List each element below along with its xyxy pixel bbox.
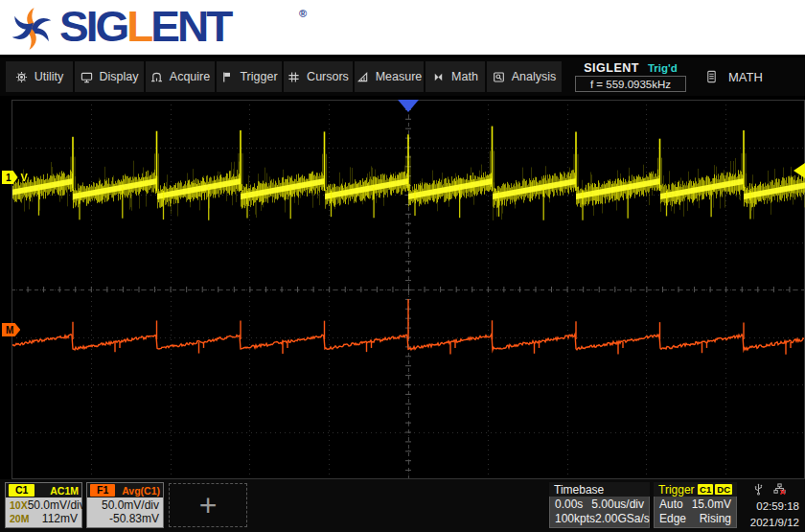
date-display: 2021/9/12	[750, 517, 799, 529]
channel1-tag[interactable]: 1	[2, 171, 18, 184]
crosshatch-icon	[288, 71, 300, 83]
menu-measure[interactable]: Measure	[355, 61, 424, 92]
math-offset-marker[interactable]: M	[2, 323, 20, 336]
monitor-icon	[80, 71, 93, 83]
trigger-coupling-badge: DC	[715, 484, 732, 495]
wordmark-part2: ENT	[150, 3, 230, 51]
siglent-small-logo: SIGLENT	[584, 61, 639, 75]
c1-probe-label: 10X	[10, 499, 28, 512]
brand-banner: SIGLENT ®	[0, 0, 805, 58]
clock-panel: 02:59:18 2021/9/12	[738, 482, 801, 530]
plus-icon: +	[199, 491, 218, 520]
wordmark-orange-l: L	[126, 3, 150, 51]
lan-disconnected-icon	[773, 483, 786, 496]
flag-icon	[220, 71, 233, 83]
f1-function-label: Avg(C1)	[122, 485, 160, 497]
top-menu-bar: Utility Display Acquire Trigger Cursors …	[0, 58, 805, 96]
trigger-slope: Rising	[700, 513, 731, 525]
menu-trigger[interactable]: Trigger	[217, 61, 282, 92]
c1-bandwidth-label: 20M	[10, 513, 29, 525]
math-tag[interactable]: M	[2, 323, 20, 336]
menu-cursors-label: Cursors	[307, 70, 349, 83]
time-display: 02:59:18	[756, 500, 799, 513]
trigger-status-cluster: SIGLENT Trig'd f = 559.0935kHz	[573, 61, 688, 92]
menu-acquire-label: Acquire	[170, 70, 210, 83]
c1-scale-value: 50.0mV/div	[28, 499, 85, 512]
trigger-position-marker[interactable]	[398, 100, 419, 112]
menu-cursors[interactable]: Cursors	[284, 61, 353, 92]
menu-analysis-label: Analysis	[512, 70, 557, 83]
trigger-type: Edge	[659, 513, 686, 525]
list-page-icon	[705, 70, 718, 83]
usb-icon	[753, 483, 764, 496]
trigger-title: Trigger	[658, 483, 695, 497]
f1-offset-value: -50.83mV	[109, 513, 159, 525]
trigger-level: 15.0mV	[692, 498, 731, 511]
set-square-icon	[356, 71, 369, 83]
math-tab-label: MATH	[728, 70, 763, 84]
trigger-level-marker[interactable]	[794, 163, 805, 178]
menu-analysis[interactable]: Analysis	[487, 61, 562, 92]
math-dialog-tab[interactable]: MATH	[705, 70, 763, 84]
status-bar: C1 AC1M 10X50.0mV/div 20M112mV F1 Avg(C1…	[0, 479, 805, 532]
channel1-offset-marker[interactable]: 1 V	[2, 171, 28, 184]
frequency-counter-readout: f = 559.0935kHz	[575, 76, 686, 92]
timebase-scale: 5.00us/div	[591, 498, 644, 511]
bowtie-icon	[432, 71, 445, 83]
menu-trigger-label: Trigger	[240, 70, 277, 83]
menu-math-label: Math	[451, 70, 478, 83]
menu-utility-label: Utility	[34, 70, 64, 83]
timebase-points: 100kpts	[555, 513, 595, 525]
timebase-rate: 2.00GSa/s	[595, 513, 650, 525]
add-trace-button[interactable]: +	[169, 483, 247, 527]
math-f1-descriptor[interactable]: F1 Avg(C1) 50.0mV/div -50.83mV	[86, 482, 164, 528]
trigger-mode: Auto	[659, 498, 683, 511]
gear-icon	[15, 71, 28, 83]
timebase-descriptor[interactable]: Timebase 0.00s5.00us/div 100kpts2.00GSa/…	[549, 482, 650, 528]
f1-scale-value: 50.0mV/div	[102, 499, 159, 512]
menu-display-label: Display	[100, 70, 139, 83]
timebase-title: Timebase	[549, 482, 650, 497]
trigger-source-badge: C1	[698, 484, 713, 495]
menu-display[interactable]: Display	[75, 61, 144, 92]
siglent-swirl-icon	[10, 7, 54, 51]
channel1-descriptor[interactable]: C1 AC1M 10X50.0mV/div 20M112mV	[5, 482, 82, 528]
registered-mark: ®	[299, 8, 307, 19]
waveform-display-area[interactable]: 1 V M	[0, 96, 805, 479]
menu-math[interactable]: Math	[426, 61, 485, 92]
menu-measure-label: Measure	[376, 70, 423, 83]
trigger-descriptor[interactable]: Trigger C1 DC Auto15.0mV EdgeRising	[654, 482, 737, 528]
channel1-unit-label: V	[21, 172, 28, 183]
wordmark-part1: SIG	[59, 3, 126, 51]
c1-offset-value: 112mV	[42, 513, 78, 525]
menu-utility[interactable]: Utility	[6, 61, 73, 92]
c1-badge: C1	[9, 484, 34, 497]
c1-coupling-label: AC1M	[50, 485, 79, 497]
waveform-canvas[interactable]	[0, 96, 805, 479]
siglent-wordmark: SIGLENT	[59, 2, 230, 52]
acquire-arch-icon	[150, 71, 163, 83]
magnifier-box-icon	[493, 71, 505, 83]
menu-acquire[interactable]: Acquire	[146, 61, 215, 92]
f1-badge: F1	[90, 484, 115, 497]
trigger-status-text: Trig'd	[648, 62, 678, 74]
timebase-delay: 0.00s	[555, 498, 583, 511]
oscilloscope-screen: SIGLENT ® Utility Display Acquire Trigge…	[0, 0, 805, 532]
